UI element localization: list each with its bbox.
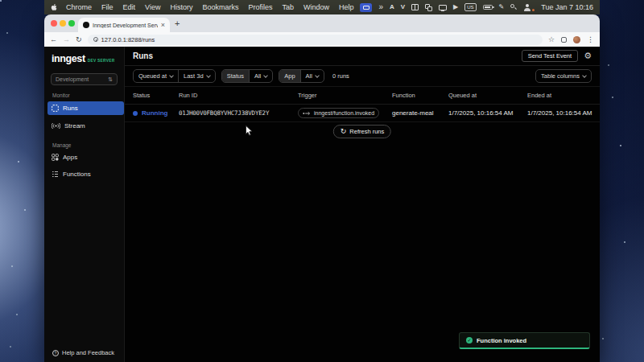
apps-icon [52,154,59,161]
menu-file[interactable]: File [97,3,118,11]
desktop: Chrome File Edit View History Bookmarks … [0,0,644,362]
display-icon[interactable] [439,5,447,10]
bookmark-star-icon[interactable]: ☆ [548,36,555,43]
menu-tab[interactable]: Tab [277,3,299,11]
trigger-badge[interactable]: inngest/function.invoked [298,108,379,118]
col-ended-at: Ended at [527,92,600,99]
screen-capture-icon[interactable] [360,3,372,12]
col-function: Function [392,92,448,99]
a-app-icon[interactable]: A [390,4,394,10]
battery-icon[interactable] [483,5,493,10]
keyboard-layout-badge[interactable]: US [464,3,476,11]
chevron-down-icon [263,73,268,78]
status-filter[interactable]: Status All [221,69,274,83]
page-title: Runs [133,51,153,60]
col-run-id: Run ID [179,92,298,99]
menu-history[interactable]: History [165,3,197,11]
menu-view[interactable]: View [140,3,165,11]
v-app-icon[interactable]: V [401,4,405,10]
menu-edit[interactable]: Edit [118,3,141,11]
app-filter-label: App [279,70,299,82]
close-window-button[interactable] [51,20,57,27]
site-info-icon[interactable] [93,37,98,42]
check-circle-icon: ✓ [466,337,473,343]
sidebar-item-label: Apps [63,154,77,161]
profile-avatar[interactable] [573,36,580,43]
help-icon: ? [52,350,59,356]
forward-icon[interactable]: → [63,36,70,43]
tab-close-icon[interactable]: × [161,22,165,29]
function-name[interactable]: generate-meal [392,109,448,117]
extensions-icon[interactable] [561,37,567,43]
col-queued-at: Queued at [448,92,527,99]
updown-chevron-icon: ⇅ [108,76,113,83]
inngest-logo: inngest DEV SERVER [52,53,115,64]
environment-selector[interactable]: Development ⇅ [51,73,118,85]
app-filter-value: All [306,72,312,80]
chevron-down-icon [206,73,211,78]
search-icon[interactable] [510,4,517,10]
help-and-feedback[interactable]: ? Help and Feedback [52,349,114,356]
status-filter-value: All [254,72,261,80]
menu-help[interactable]: Help [334,3,359,11]
double-chevron-icon[interactable]: » [378,3,383,11]
toast-message: Function invoked [477,337,526,344]
minimize-window-button[interactable] [60,20,66,27]
browser-toolbar: ← → ↻ 127.0.0.1:8288/runs ☆ ⋮ [44,32,600,47]
refresh-runs-button[interactable]: ↻ Refresh runs [333,125,391,138]
back-icon[interactable]: ← [50,36,57,43]
sidebar-item-apps[interactable]: Apps [47,150,124,164]
sidebar-item-runs[interactable]: Runs [47,101,124,115]
sidebar-item-label: Functions [63,171,91,178]
refresh-icon: ↻ [341,128,347,135]
table-columns-dropdown[interactable]: Table columns [535,69,592,83]
main-panel: Runs Send Test Event ⚙ Queued at Last 3d… [125,47,600,362]
sidebar-item-label: Runs [63,105,78,112]
menu-bookmarks[interactable]: Bookmarks [197,3,243,11]
reload-icon[interactable]: ↻ [76,36,82,43]
run-id[interactable]: 01JH00V0FBQ8YVHC7J38VDYE2Y [179,109,298,117]
pen-icon[interactable]: ✎ [499,4,505,10]
sidebar-item-stream[interactable]: Stream [47,119,124,133]
menu-profiles[interactable]: Profiles [243,3,277,11]
col-trigger: Trigger [298,92,392,99]
event-arrow-icon [303,111,312,116]
new-tab-button[interactable]: + [175,19,180,28]
menu-window[interactable]: Window [299,3,334,11]
runs-icon [52,105,59,112]
copy-icon[interactable] [425,4,432,11]
runs-count: 0 runs [332,72,349,80]
table-row[interactable]: Running 01JH00V0FBQ8YVHC7J38VDYE2Y innge… [125,105,600,122]
browser-tab[interactable]: Inngest Development Server × [78,18,170,32]
table-columns-label: Table columns [541,72,580,80]
environment-value: Development [56,76,108,82]
menubar-clock[interactable]: Tue Jan 7 10:16 [541,3,593,11]
play-circle-icon[interactable]: ▶ [453,4,458,10]
window-layout-icon[interactable] [411,4,419,10]
browser-window: Inngest Development Server × + ← → ↻ 127… [44,14,600,362]
chevron-down-icon [169,73,174,78]
toast-notification: ✓ Function invoked [459,332,590,349]
time-filter[interactable]: Queued at Last 3d [133,69,216,83]
dev-server-badge: DEV SERVER [88,59,115,63]
send-test-event-button[interactable]: Send Test Event [522,50,578,62]
sidebar-item-functions[interactable]: Functions [47,167,124,181]
status-filter-label: Status [222,70,249,82]
refresh-label: Refresh runs [349,128,384,135]
page-header: Runs Send Test Event ⚙ [125,47,600,66]
manage-section-label: Manage [52,142,72,148]
maximize-window-button[interactable] [68,20,75,27]
monitor-section-label: Monitor [52,93,70,98]
functions-icon [52,171,59,178]
sidebar-item-label: Stream [64,122,85,130]
help-label: Help and Feedback [62,349,114,356]
user-switch-icon[interactable] [523,4,530,10]
running-status-dot [133,111,138,116]
gear-icon[interactable]: ⚙ [584,51,592,60]
apple-icon[interactable] [51,3,58,11]
browser-menu-icon[interactable]: ⋮ [587,36,594,43]
tab-favicon [83,22,89,28]
address-bar[interactable]: 127.0.0.1:8288/runs [88,35,543,45]
app-filter[interactable]: App All [279,69,324,83]
menu-chrome[interactable]: Chrome [61,3,97,11]
